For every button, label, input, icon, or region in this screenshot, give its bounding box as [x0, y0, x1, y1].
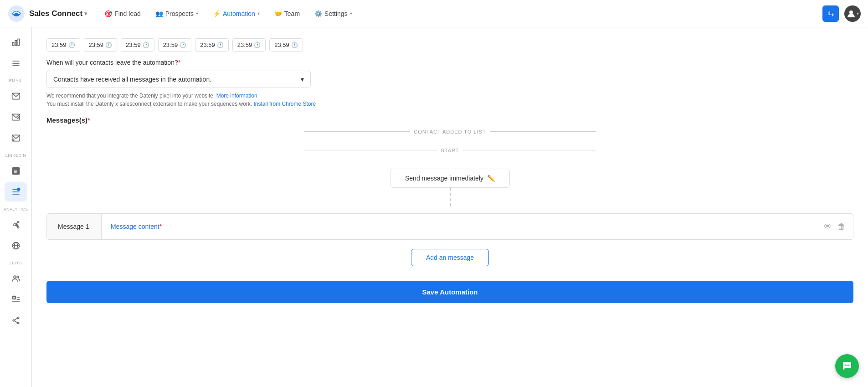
- sidebar-item-linkedin-list[interactable]: in: [5, 290, 27, 309]
- message-1-content-area[interactable]: Message content*: [102, 214, 817, 239]
- flow-diagram: CONTACT ADDED TO LIST START Send message…: [46, 131, 853, 206]
- flow-vline-2: [450, 150, 450, 169]
- flow-vline-dashed: [450, 188, 451, 206]
- sidebar: EMAIL LINKEDIN in in ANALYTICS: [0, 27, 32, 387]
- send-message-text: Send message immediately: [405, 175, 483, 182]
- message-1-number: Message 1: [47, 214, 102, 239]
- messages-title: Messages(s)*: [46, 116, 853, 124]
- time-value-1: 23:59: [51, 41, 67, 48]
- time-value-7: 23:59: [274, 41, 289, 48]
- time-cell-2[interactable]: 23:59 🕐: [84, 38, 118, 52]
- sidebar-item-linkedin[interactable]: in: [5, 161, 27, 181]
- time-cell-4[interactable]: 23:59 🕐: [158, 38, 192, 52]
- automation-chevron: ▾: [257, 11, 260, 16]
- dropdown-chevron: ▾: [301, 76, 304, 83]
- sidebar-item-share[interactable]: [5, 311, 27, 330]
- chrome-store-link[interactable]: Install from Chrome Store: [253, 101, 316, 107]
- globe-analytics-icon: [11, 241, 21, 250]
- bar-chart-icon: [11, 38, 21, 47]
- chat-widget[interactable]: [835, 354, 859, 378]
- edit-pencil-icon[interactable]: ✏️: [487, 175, 495, 182]
- time-cell-6[interactable]: 23:59 🕐: [232, 38, 266, 52]
- svg-point-37: [13, 320, 14, 321]
- time-value-6: 23:59: [237, 41, 252, 48]
- avatar-icon: [847, 9, 856, 18]
- clock-icon-2: 🕐: [105, 42, 112, 48]
- prospects-icon: 👥: [155, 10, 163, 17]
- view-icon[interactable]: 👁: [824, 222, 832, 232]
- contact-added-label: CONTACT ADDED TO LIST: [410, 129, 489, 134]
- clock-icon-5: 🕐: [217, 42, 224, 48]
- message-1-actions: 👁 🗑: [817, 214, 853, 239]
- nav-prospects[interactable]: 👥 Prospects ▾: [149, 7, 205, 20]
- menu-icon: [11, 59, 21, 68]
- sidebar-item-email[interactable]: [5, 87, 27, 106]
- sidebar-item-analytics[interactable]: [5, 33, 27, 52]
- delete-icon[interactable]: 🗑: [837, 222, 846, 232]
- time-cell-5[interactable]: 23:59 🕐: [195, 38, 229, 52]
- app-name: Sales Connect ▾: [29, 9, 87, 18]
- nav-automation[interactable]: ⚡ Automation ▾: [206, 7, 266, 20]
- svg-point-22: [17, 227, 19, 228]
- chat-icon: [841, 360, 853, 372]
- svg-text:in: in: [16, 224, 18, 227]
- compose-email-icon: [11, 113, 21, 122]
- user-avatar-button[interactable]: ▾: [844, 5, 861, 22]
- sidebar-item-smart-email[interactable]: [5, 129, 27, 148]
- people-icon: [11, 274, 21, 283]
- team-icon: 🤝: [274, 10, 282, 17]
- nav-right: ⇆ ▾: [822, 5, 861, 22]
- sidebar-item-compose-email[interactable]: [5, 108, 27, 127]
- sidebar-item-people[interactable]: [5, 269, 27, 288]
- time-cell-3[interactable]: 23:59 🕐: [121, 38, 154, 52]
- settings-chevron: ▾: [350, 11, 352, 16]
- svg-line-40: [14, 321, 17, 323]
- save-automation-button[interactable]: Save Automation: [46, 281, 853, 303]
- svg-point-38: [17, 322, 19, 324]
- svg-point-43: [848, 365, 850, 366]
- analytics-link-icon: in: [11, 220, 21, 229]
- top-navigation: Sales Connect ▾ 🎯 Find lead 👥 Prospects …: [0, 0, 868, 27]
- svg-point-29: [14, 276, 16, 278]
- clock-icon-6: 🕐: [254, 42, 261, 48]
- time-value-5: 23:59: [200, 41, 215, 48]
- add-message-button[interactable]: Add an message: [411, 249, 489, 266]
- send-message-node[interactable]: Send message immediately ✏️: [390, 169, 510, 188]
- svg-point-1: [849, 10, 853, 14]
- linkedin-sequences-icon: in: [11, 187, 21, 196]
- switch-icon-button[interactable]: ⇆: [822, 5, 839, 22]
- nav-team[interactable]: 🤝 Team: [268, 7, 306, 20]
- sidebar-item-linkedin-sequences[interactable]: in: [5, 182, 27, 201]
- time-cell-7[interactable]: 23:59 🕐: [269, 38, 303, 52]
- clock-icon-4: 🕐: [180, 42, 186, 48]
- logo-area[interactable]: Sales Connect ▾: [7, 5, 87, 23]
- nav-settings[interactable]: ⚙️ Settings ▾: [308, 7, 359, 20]
- svg-point-21: [17, 222, 19, 223]
- sidebar-item-analytics-link[interactable]: in: [5, 215, 27, 234]
- start-line: START: [304, 150, 596, 150]
- main-content: 23:59 🕐 23:59 🕐 23:59 🕐 23:59 🕐 23:59 🕐 …: [32, 27, 868, 387]
- clock-icon-1: 🕐: [68, 42, 75, 48]
- svg-rect-3: [15, 41, 16, 46]
- svg-point-42: [847, 365, 848, 366]
- time-cell-1[interactable]: 23:59 🕐: [46, 38, 80, 52]
- leave-automation-dropdown[interactable]: Contacts have received all messages in t…: [46, 71, 311, 88]
- svg-text:in: in: [13, 296, 15, 299]
- email-label: EMAIL: [9, 78, 23, 83]
- leave-automation-question: When will your contacts leave the automa…: [46, 59, 853, 66]
- required-star-leave: *: [178, 59, 180, 66]
- required-star-messages: *: [87, 116, 90, 124]
- sidebar-item-menu[interactable]: [5, 54, 27, 73]
- dropdown-value: Contacts have received all messages in t…: [53, 76, 211, 83]
- more-information-link[interactable]: More information: [216, 93, 257, 99]
- nav-find-lead[interactable]: 🎯 Find lead: [98, 7, 147, 20]
- nav-items: 🎯 Find lead 👥 Prospects ▾ ⚡ Automation ▾…: [98, 7, 822, 20]
- info-text-1: We recommend that you integrate the Date…: [46, 93, 853, 99]
- logo-icon: [7, 5, 26, 23]
- prospects-chevron: ▾: [196, 11, 198, 16]
- email-icon: [11, 92, 21, 101]
- info-text-2: You must install the Datenly x salesconn…: [46, 101, 853, 107]
- svg-rect-2: [12, 42, 14, 46]
- sidebar-item-globe-analytics[interactable]: [5, 236, 27, 255]
- clock-icon-3: 🕐: [143, 42, 149, 48]
